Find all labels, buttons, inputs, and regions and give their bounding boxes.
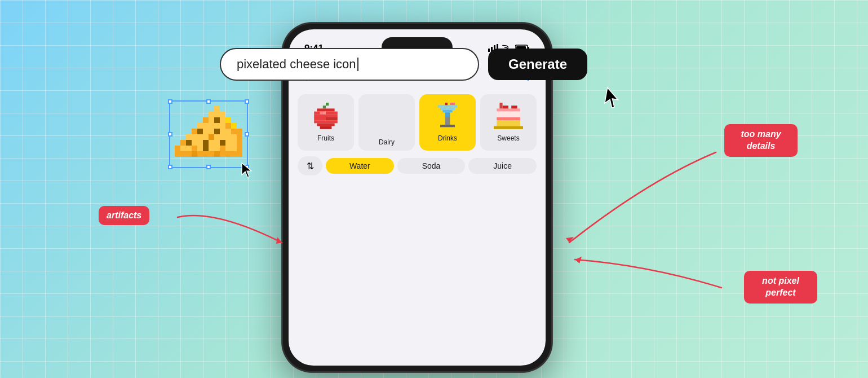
svg-rect-28 — [203, 140, 209, 146]
sub-filter-row: ⇅ Water Soda Juice — [298, 156, 537, 175]
pixel-drink-icon — [433, 103, 462, 132]
svg-rect-58 — [220, 123, 225, 129]
svg-rect-10 — [231, 151, 237, 157]
sub-filter-water[interactable]: Water — [326, 158, 394, 174]
svg-rect-35 — [186, 134, 192, 140]
handle-tr[interactable] — [245, 99, 249, 104]
filter-sweets[interactable]: Sweets — [480, 94, 537, 151]
svg-rect-9 — [225, 151, 231, 157]
pixel-cake-icon — [494, 103, 523, 132]
svg-rect-104 — [503, 106, 508, 108]
svg-rect-101 — [497, 117, 520, 120]
svg-rect-57 — [214, 123, 220, 129]
svg-rect-11 — [237, 151, 242, 157]
svg-rect-41 — [220, 134, 225, 140]
svg-rect-98 — [445, 103, 448, 105]
svg-rect-31 — [220, 140, 225, 146]
filter-fruits[interactable]: Fruits — [298, 94, 354, 151]
svg-rect-39 — [209, 134, 214, 140]
svg-rect-18 — [209, 146, 214, 151]
svg-rect-95 — [445, 115, 450, 117]
svg-rect-26 — [192, 140, 197, 146]
svg-rect-65 — [225, 117, 231, 123]
svg-rect-102 — [497, 120, 520, 126]
pixel-cheese-icon — [175, 106, 242, 162]
svg-rect-99 — [497, 108, 520, 111]
svg-rect-36 — [192, 134, 197, 140]
svg-rect-63 — [214, 117, 220, 123]
svg-rect-83 — [326, 117, 338, 120]
svg-rect-42 — [225, 134, 231, 140]
selection-box — [169, 100, 248, 168]
handle-bm[interactable] — [206, 165, 211, 169]
svg-rect-68 — [220, 112, 225, 117]
svg-rect-7 — [214, 151, 220, 157]
prompt-input[interactable]: pixelated cheese icon — [220, 48, 479, 81]
handle-tl[interactable] — [168, 99, 172, 104]
handle-lm[interactable] — [168, 132, 172, 137]
svg-rect-61 — [203, 117, 209, 123]
svg-rect-66 — [209, 112, 214, 117]
svg-rect-87 — [320, 112, 323, 115]
svg-rect-48 — [209, 129, 214, 134]
sub-filter-soda[interactable]: Soda — [397, 158, 466, 174]
svg-rect-2 — [186, 151, 192, 157]
filter-sweets-label: Sweets — [497, 134, 519, 142]
svg-rect-84 — [314, 120, 338, 123]
svg-rect-55 — [203, 123, 209, 129]
svg-rect-0 — [175, 151, 180, 157]
svg-rect-14 — [186, 146, 192, 151]
filter-drinks[interactable]: Drinks — [419, 94, 476, 151]
prompt-area: pixelated cheese icon Generate — [220, 48, 587, 81]
not-pixel-perfect-bubble: not pixelperfect — [744, 271, 817, 304]
svg-rect-91 — [438, 105, 458, 107]
svg-rect-69 — [214, 106, 220, 112]
cheese-container — [169, 100, 248, 170]
sub-filter-juice[interactable]: Juice — [468, 158, 537, 174]
svg-rect-33 — [231, 140, 237, 146]
annotation-not-pixel-perfect: not pixelperfect — [744, 271, 817, 304]
generate-button[interactable]: Generate — [488, 49, 587, 80]
svg-rect-62 — [209, 117, 214, 123]
svg-rect-12 — [175, 146, 180, 151]
svg-rect-30 — [214, 140, 220, 146]
svg-rect-59 — [225, 123, 231, 129]
svg-rect-106 — [499, 103, 502, 108]
svg-rect-50 — [220, 129, 225, 134]
handle-bl[interactable] — [168, 165, 172, 169]
filters-grid: Fruits Dairy — [298, 94, 537, 151]
svg-rect-44 — [237, 134, 242, 140]
svg-rect-34 — [237, 140, 242, 146]
svg-rect-24 — [180, 140, 186, 146]
sort-icon: ⇅ — [307, 161, 314, 172]
svg-rect-64 — [220, 117, 225, 123]
svg-rect-56 — [209, 123, 214, 129]
svg-rect-20 — [220, 146, 225, 151]
svg-rect-29 — [209, 140, 214, 146]
svg-rect-90 — [450, 103, 455, 105]
svg-rect-77 — [326, 103, 329, 106]
svg-rect-6 — [209, 151, 214, 157]
svg-rect-86 — [320, 126, 332, 129]
svg-rect-54 — [197, 123, 203, 129]
filter-fruits-label: Fruits — [317, 134, 334, 142]
handle-tm[interactable] — [206, 99, 211, 104]
svg-rect-37 — [197, 134, 203, 140]
svg-rect-49 — [214, 129, 220, 134]
svg-rect-105 — [511, 106, 517, 108]
handle-rm[interactable] — [245, 132, 249, 137]
svg-rect-22 — [231, 146, 237, 151]
svg-rect-23 — [237, 146, 242, 151]
svg-rect-16 — [197, 146, 203, 151]
svg-rect-25 — [186, 140, 192, 146]
svg-rect-88 — [323, 112, 326, 115]
sort-button[interactable]: ⇅ — [298, 156, 322, 175]
svg-rect-13 — [180, 146, 186, 151]
annotation-artifacts: artifacts — [99, 206, 149, 225]
filter-dairy[interactable]: Dairy — [358, 94, 415, 151]
svg-rect-4 — [197, 151, 203, 157]
svg-rect-78 — [323, 106, 326, 108]
svg-rect-1 — [180, 151, 186, 157]
svg-rect-21 — [225, 146, 231, 151]
svg-rect-82 — [314, 117, 326, 120]
